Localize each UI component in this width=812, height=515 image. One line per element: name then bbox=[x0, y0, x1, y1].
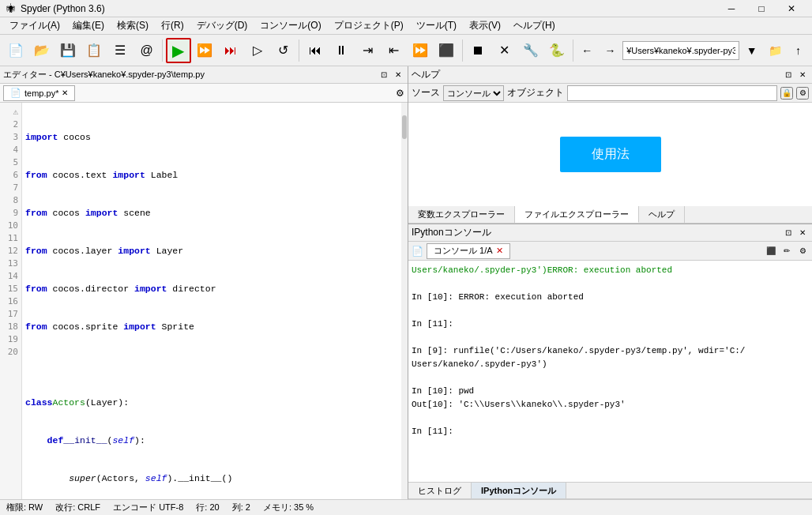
console-tab-close[interactable]: ✕ bbox=[496, 246, 503, 256]
code-line-5: from cocos.director import director bbox=[25, 283, 398, 295]
at-button[interactable]: @ bbox=[134, 38, 159, 63]
help-undock-button[interactable]: ⊡ bbox=[782, 69, 795, 81]
back-button[interactable]: ← bbox=[577, 39, 598, 62]
new-file-button[interactable]: 📄 bbox=[3, 38, 28, 63]
step-into-button[interactable]: ⇥ bbox=[355, 38, 380, 63]
editor-tab[interactable]: 📄 temp.py* ✕ bbox=[3, 85, 75, 101]
status-memory: メモリ: 35 % bbox=[263, 502, 314, 513]
editor-gear-icon[interactable]: ⚙ bbox=[396, 88, 404, 99]
path-dropdown-button[interactable]: ▼ bbox=[741, 39, 762, 62]
console-new-button[interactable]: 📄 bbox=[412, 246, 423, 257]
save-file-button[interactable]: 💾 bbox=[55, 38, 80, 63]
rerun-button[interactable]: ↺ bbox=[271, 38, 295, 63]
console-header: IPythonコンソール ⊡ ✕ bbox=[408, 224, 812, 242]
console-line-3: In [10]: ERROR: execution aborted bbox=[412, 291, 809, 304]
run-cell-next-button[interactable]: ⏭ bbox=[219, 38, 243, 63]
tab-icon: 📄 bbox=[10, 88, 21, 98]
console-options-button[interactable]: ⚙ bbox=[796, 245, 809, 258]
menu-row[interactable]: 行(R) bbox=[155, 17, 190, 34]
help-close-button[interactable]: ✕ bbox=[796, 69, 809, 81]
tab-close-button[interactable]: ✕ bbox=[62, 88, 68, 97]
menu-tools[interactable]: ツール(T) bbox=[410, 17, 463, 34]
object-input[interactable] bbox=[567, 85, 777, 101]
settings-button[interactable]: 🔧 bbox=[518, 38, 543, 63]
tab-histolog[interactable]: ヒストログ bbox=[408, 483, 472, 498]
code-line-6: from cocos.sprite import Sprite bbox=[25, 321, 398, 333]
code-line-4: from cocos.layer import Layer bbox=[25, 245, 398, 258]
editor-close-button[interactable]: ✕ bbox=[392, 69, 404, 81]
minimize-button[interactable]: ─ bbox=[717, 0, 746, 17]
code-line-2: from cocos.text import Label bbox=[25, 169, 398, 182]
profile-button[interactable]: ⏹ bbox=[466, 38, 491, 63]
run-button[interactable]: ▶ bbox=[166, 38, 190, 63]
tab-ipython[interactable]: IPythonコンソール bbox=[472, 483, 566, 498]
browse-folder-button[interactable]: 📁 bbox=[764, 39, 785, 62]
save-all-button[interactable]: 📋 bbox=[82, 38, 107, 63]
editor-content: ⚠ 2 3 4 5 6 7 8 9 10 11 12 13 14 15 16 1… bbox=[0, 103, 408, 499]
menu-debug[interactable]: デバッグ(D) bbox=[190, 17, 254, 34]
editor-title: エディター - C¥Users¥kaneko¥.spyder-py3\temp.… bbox=[3, 69, 205, 81]
console-interrupt-button[interactable]: ⬛ bbox=[765, 245, 777, 258]
line-numbers: ⚠ 2 3 4 5 6 7 8 9 10 11 12 13 14 15 16 1… bbox=[0, 103, 22, 499]
help-lock-button[interactable]: 🔒 bbox=[780, 87, 793, 100]
close-button[interactable]: ✕ bbox=[777, 0, 806, 17]
debug-button[interactable]: ⏮ bbox=[303, 38, 327, 63]
console-line-5: In [11]: bbox=[412, 318, 809, 331]
console-restart-button[interactable]: ✏ bbox=[780, 245, 793, 258]
editor-tab-bar: 📄 temp.py* ✕ ⚙ bbox=[0, 84, 408, 103]
browse-button[interactable]: ☰ bbox=[108, 38, 133, 63]
console-close-button[interactable]: ✕ bbox=[796, 227, 809, 239]
console-line-6 bbox=[412, 331, 809, 344]
usage-button[interactable]: 使用法 bbox=[560, 137, 661, 172]
code-line-9: def __init__(self): bbox=[25, 434, 398, 447]
editor-panel: エディター - C¥Users¥kaneko¥.spyder-py3\temp.… bbox=[0, 66, 408, 499]
menu-console[interactable]: コンソール(O) bbox=[254, 17, 327, 34]
console-undock-button[interactable]: ⊡ bbox=[782, 227, 795, 239]
menu-search[interactable]: 検索(S) bbox=[111, 17, 155, 34]
help-title: ヘルプ bbox=[412, 68, 440, 81]
stop-button[interactable]: ⬛ bbox=[434, 38, 458, 63]
step-button[interactable]: ⏸ bbox=[329, 38, 354, 63]
status-permissions: 権限: RW bbox=[6, 502, 43, 513]
help-options-button[interactable]: ⚙ bbox=[796, 87, 809, 100]
editor-undock-button[interactable]: ⊡ bbox=[378, 69, 390, 81]
terminate-button[interactable]: ✕ bbox=[492, 38, 517, 63]
tab-files[interactable]: ファイルエクスプローラー bbox=[515, 206, 639, 223]
object-label: オブジェクト bbox=[507, 86, 564, 100]
console-body[interactable]: Users/kaneko/.spyder-py3')ERROR: executi… bbox=[408, 261, 812, 482]
source-label: ソース bbox=[412, 86, 440, 100]
open-file-button[interactable]: 📂 bbox=[29, 38, 54, 63]
run-cell-button[interactable]: ⏩ bbox=[193, 38, 217, 63]
menu-project[interactable]: プロジェクト(P) bbox=[328, 17, 410, 34]
menu-help[interactable]: ヘルプ(H) bbox=[507, 17, 562, 34]
console-line-4 bbox=[412, 304, 809, 318]
source-select[interactable]: コンソール bbox=[443, 85, 504, 101]
python-button[interactable]: 🐍 bbox=[544, 38, 569, 63]
console-line-13: In [11]: bbox=[412, 425, 809, 438]
menu-view[interactable]: 表示(V) bbox=[463, 17, 507, 34]
code-line-3: from cocos import scene bbox=[25, 207, 398, 220]
tab-variables[interactable]: 変数エクスプローラー bbox=[408, 206, 515, 223]
menu-edit[interactable]: 編集(E) bbox=[66, 17, 111, 34]
tab-help[interactable]: ヘルプ bbox=[639, 206, 685, 223]
console-panel-controls: ⊡ ✕ bbox=[782, 227, 809, 239]
bottom-tabs: ヒストログ IPythonコンソール bbox=[408, 482, 812, 499]
path-input[interactable] bbox=[622, 41, 739, 60]
code-line-10: super(Actors, self).__init__() bbox=[25, 472, 398, 485]
console-tab-1[interactable]: コンソール 1/A ✕ bbox=[427, 243, 510, 259]
menu-file[interactable]: ファイル(A) bbox=[3, 17, 66, 34]
maximize-button[interactable]: □ bbox=[747, 0, 776, 17]
editor-scrollbar[interactable] bbox=[401, 103, 408, 499]
parent-folder-button[interactable]: ↑ bbox=[788, 39, 809, 62]
editor-panel-controls: ⊡ ✕ bbox=[378, 69, 404, 81]
console-line-10: In [10]: pwd bbox=[412, 385, 809, 398]
status-encoding: エンコード UTF-8 bbox=[113, 502, 183, 513]
help-panel-controls: ⊡ ✕ bbox=[782, 69, 809, 81]
step-out-button[interactable]: ⇤ bbox=[382, 38, 406, 63]
console-line-12 bbox=[412, 412, 809, 425]
code-area[interactable]: import cocos from cocos.text import Labe… bbox=[22, 103, 401, 499]
forward-button[interactable]: → bbox=[600, 39, 621, 62]
continue-button[interactable]: ⏩ bbox=[408, 38, 432, 63]
right-subpanel: ヘルプ ⊡ ✕ ソース コンソール オブジェクト 🔒 ⚙ 使用法 変 bbox=[408, 66, 812, 499]
run-selection-button[interactable]: ▷ bbox=[245, 38, 269, 63]
